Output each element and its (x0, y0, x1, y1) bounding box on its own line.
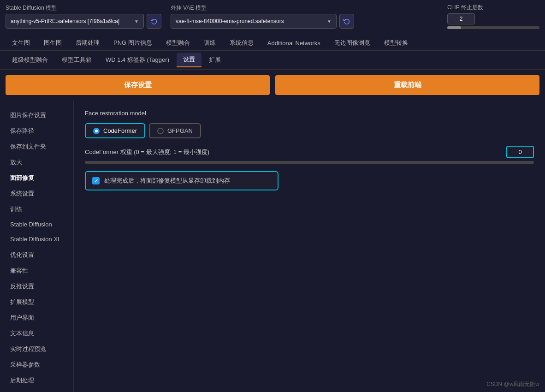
tab-txt2img[interactable]: 文生图 (6, 36, 36, 50)
footer: CSDN @w风雨无阻w (486, 380, 539, 388)
clip-row: 2 (447, 13, 539, 24)
codeformer-weight-row: CodeFormer 权重 (0 = 最大强度; 1 = 最小强度) 0 (85, 146, 534, 158)
tab-png-info[interactable]: PNG 图片信息 (107, 36, 159, 50)
vae-model-label: 外挂 VAE 模型 (171, 4, 354, 12)
sidebar-item-optimize[interactable]: 优化设置 (6, 248, 68, 262)
sidebar-item-sdxl[interactable]: Stable Diffusion XL (6, 232, 68, 247)
radio-codeformer[interactable]: CodeFormer (85, 123, 145, 138)
tab-postprocess[interactable]: 后期处理 (69, 36, 106, 50)
sd-model-value: anything-v5-PrtRE.safetensors [7f96a1a9c… (11, 18, 131, 24)
unload-model-checkbox[interactable] (92, 177, 100, 184)
sidebar-item-upscale[interactable]: 放大 (6, 155, 68, 170)
tab-img2img[interactable]: 图生图 (37, 36, 68, 50)
tab-system-info[interactable]: 系统信息 (223, 36, 260, 50)
unload-model-label: 处理完成后，将面部修复模型从显存卸载到内存 (104, 177, 230, 185)
sd-model-row: anything-v5-PrtRE.safetensors [7f96a1a9c… (6, 14, 161, 29)
radio-codeformer-circle (93, 128, 100, 134)
vae-model-refresh-button[interactable] (339, 14, 354, 29)
sidebar-item-postproc[interactable]: 后期处理 (6, 373, 68, 388)
tab-super-merge[interactable]: 超级模型融合 (6, 53, 54, 67)
sidebar-item-sd[interactable]: Stable Diffusion (6, 218, 68, 231)
clip-label: CLIP 终止层数 (447, 4, 539, 12)
face-restore-section-title: Face restoration model (85, 110, 534, 117)
radio-codeformer-label: CodeFormer (103, 127, 137, 134)
reload-frontend-button[interactable]: 重载前端 (275, 75, 539, 95)
vae-model-value: vae-ft-mse-840000-ema-pruned.safetensors (176, 18, 324, 24)
sidebar-item-sampler[interactable]: 采样器参数 (6, 357, 68, 372)
sidebar-item-reverse[interactable]: 反推设置 (6, 279, 68, 294)
vae-model-arrow-icon: ▼ (324, 19, 334, 24)
sidebar-item-train[interactable]: 训练 (6, 202, 68, 217)
content-area: Face restoration model CodeFormer GFPGAN… (74, 101, 545, 392)
vae-model-row: vae-ft-mse-840000-ema-pruned.safetensors… (171, 14, 354, 29)
radio-gfpgan[interactable]: GFPGAN (149, 123, 201, 138)
tab-additional-networks[interactable]: Additional Networks (261, 36, 327, 50)
sidebar-item-ui[interactable]: 用户界面 (6, 310, 68, 325)
sd-model-arrow-icon: ▼ (131, 19, 142, 24)
codeformer-weight-slider[interactable] (85, 161, 534, 164)
tab-infinite-browser[interactable]: 无边图像浏览 (328, 36, 377, 50)
main-content: 图片保存设置 保存路径 保存到文件夹 放大 面部修复 系统设置 训练 Stabl… (0, 101, 545, 392)
sd-model-section: Stable Diffusion 模型 anything-v5-PrtRE.sa… (6, 4, 161, 29)
header: Stable Diffusion 模型 anything-v5-PrtRE.sa… (0, 0, 545, 33)
radio-gfpgan-label: GFPGAN (167, 127, 193, 134)
tab-tagger[interactable]: WD 1.4 标签器 (Tagger) (99, 53, 176, 67)
action-bar: 保存设置 重载前端 (0, 70, 545, 101)
sidebar: 图片保存设置 保存路径 保存到文件夹 放大 面部修复 系统设置 训练 Stabl… (0, 101, 74, 392)
sidebar-item-save-path[interactable]: 保存路径 (6, 124, 68, 138)
tab-model-tools[interactable]: 模型工具箱 (55, 53, 98, 67)
clip-slider-track[interactable] (447, 26, 539, 29)
sd-model-label: Stable Diffusion 模型 (6, 4, 161, 12)
sidebar-item-face-restore[interactable]: 面部修复 (6, 171, 68, 185)
nav-tabs-row1: 文生图 图生图 后期处理 PNG 图片信息 模型融合 训练 系统信息 Addit… (0, 33, 545, 51)
tab-settings[interactable]: 设置 (177, 53, 201, 67)
footer-text: CSDN @w风雨无阻w (486, 381, 539, 387)
sidebar-item-compat[interactable]: 兼容性 (6, 263, 68, 278)
sidebar-item-extra-models[interactable]: 扩展模型 (6, 295, 68, 309)
sidebar-item-live-preview[interactable]: 实时过程预览 (6, 342, 68, 356)
radio-gfpgan-circle (157, 128, 164, 134)
vae-model-section: 外挂 VAE 模型 vae-ft-mse-840000-ema-pruned.s… (171, 4, 354, 29)
codeformer-weight-label: CodeFormer 权重 (0 = 最大强度; 1 = 最小强度) (85, 148, 209, 156)
tab-model-convert[interactable]: 模型转换 (378, 36, 415, 50)
clip-value: 2 (447, 13, 475, 24)
sidebar-item-image-save[interactable]: 图片保存设置 (6, 108, 68, 123)
sidebar-item-system[interactable]: 系统设置 (6, 186, 68, 201)
sd-model-refresh-button[interactable] (147, 14, 161, 29)
unload-model-checkbox-row[interactable]: 处理完成后，将面部修复模型从显存卸载到内存 (85, 171, 278, 190)
tab-train[interactable]: 训练 (197, 36, 222, 50)
sidebar-item-text-info[interactable]: 文本信息 (6, 326, 68, 341)
nav-tabs-row2: 超级模型融合 模型工具箱 WD 1.4 标签器 (Tagger) 设置 扩展 (0, 51, 545, 70)
save-settings-button[interactable]: 保存设置 (6, 75, 270, 95)
sidebar-item-save-folder[interactable]: 保存到文件夹 (6, 139, 68, 154)
tab-extensions[interactable]: 扩展 (202, 53, 227, 67)
sd-model-dropdown[interactable]: anything-v5-PrtRE.safetensors [7f96a1a9c… (6, 14, 144, 29)
tab-model-merge[interactable]: 模型融合 (160, 36, 196, 50)
face-restore-radio-group: CodeFormer GFPGAN (85, 123, 534, 138)
clip-section: CLIP 终止层数 2 (447, 4, 539, 29)
vae-model-dropdown[interactable]: vae-ft-mse-840000-ema-pruned.safetensors… (171, 14, 337, 29)
codeformer-weight-value[interactable]: 0 (506, 146, 534, 158)
